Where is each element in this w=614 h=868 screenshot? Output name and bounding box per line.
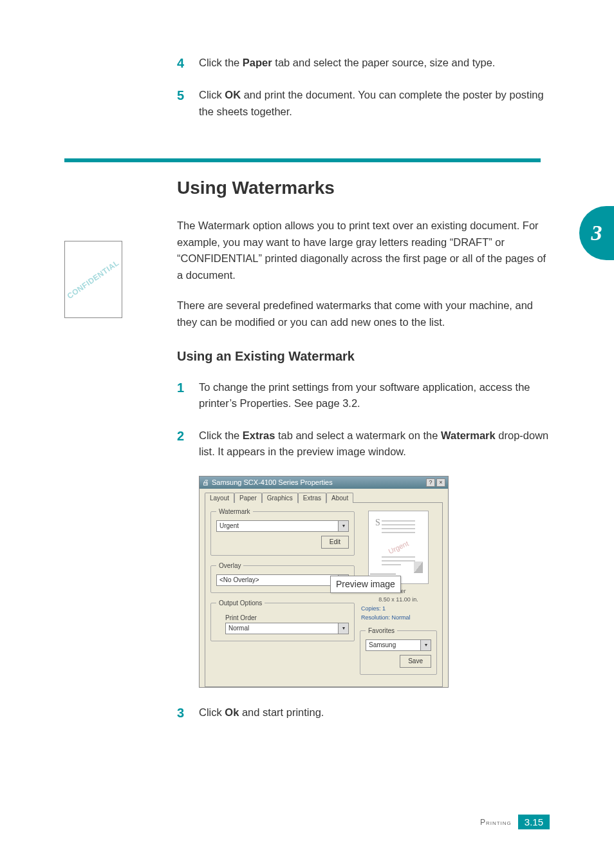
step-body: Click OK and print the document. You can… (199, 87, 550, 120)
step-5-row: 5 Click OK and print the document. You c… (177, 87, 550, 120)
preview-paper-size: 8.50 x 11.00 in. (360, 596, 437, 604)
text: and print the document. You can complete… (199, 89, 544, 117)
dialog-controls: ? × (426, 478, 445, 487)
step-1-row: 1 To change the print settings from your… (177, 379, 550, 412)
chevron-down-icon: ▾ (338, 521, 348, 531)
overlay-combo[interactable]: <No Overlay> ▾ (216, 574, 349, 586)
footer-section-label: Printing (480, 818, 512, 827)
group-legend: Favorites (366, 627, 397, 634)
favorites-combo[interactable]: Samsung ▾ (366, 639, 431, 651)
step-2-row: 2 Click the Extras tab and select a wate… (177, 428, 550, 460)
group-legend: Overlay (216, 562, 243, 569)
paragraph: There are several predefined watermarks … (177, 297, 550, 330)
printer-icon: 🖨 (202, 478, 209, 486)
dialog-right-column: S Urgent (360, 508, 437, 681)
subheading-existing-watermark: Using an Existing Watermark (177, 349, 550, 364)
preview-copies: Copies: 1 (361, 605, 437, 613)
step-body: Click the Extras tab and select a waterm… (199, 428, 550, 460)
callout-preview-image: Preview image (330, 576, 401, 593)
tabs-row: Layout Paper Graphics Extras About Water… (200, 489, 448, 687)
step-number: 2 (177, 428, 199, 460)
tab-paper[interactable]: Paper (234, 493, 262, 503)
step-3-row: 3 Click Ok and start printing. (177, 704, 550, 721)
combo-value: Urgent (219, 522, 239, 529)
combo-value: Normal (228, 625, 249, 632)
preview-corner-icon (414, 561, 423, 573)
paragraph: The Watermark option allows you to print… (177, 218, 550, 283)
dialog-title-text: Samsung SCX-4100 Series Properties (212, 478, 333, 486)
footer-page-number: 3.15 (518, 815, 550, 829)
properties-dialog: 🖨 Samsung SCX-4100 Series Properties ? ×… (199, 476, 449, 688)
section-divider (64, 158, 541, 162)
step-number: 3 (177, 704, 199, 721)
tab-layout[interactable]: Layout (205, 493, 234, 503)
dialog-titlebar: 🖨 Samsung SCX-4100 Series Properties ? × (200, 476, 448, 489)
heading-using-watermarks: Using Watermarks (177, 178, 550, 198)
step-number: 5 (177, 87, 199, 120)
chapter-thumb-tab: 3 (579, 206, 614, 260)
preview-watermark-text: Urgent (387, 539, 409, 555)
output-options-group: Output Options Print Order Normal ▾ (210, 599, 355, 641)
text: Click (199, 706, 225, 718)
text: Click the (199, 429, 243, 441)
page: 4 Click the Paper tab and select the pap… (0, 0, 614, 868)
dialog-title-left: 🖨 Samsung SCX-4100 Series Properties (202, 478, 333, 486)
chevron-down-icon: ▾ (420, 640, 431, 650)
preview-image-box: S Urgent (368, 511, 429, 584)
step-number: 1 (177, 379, 199, 412)
edit-watermark-button[interactable]: Edit (321, 536, 349, 549)
text: tab and select the paper source, size an… (272, 57, 496, 68)
preview-s-letter: S (375, 518, 380, 528)
preview-resolution: Resolution: Normal (361, 614, 437, 622)
text: and start printing. (239, 706, 324, 718)
dialog-screenshot-wrap: 🖨 Samsung SCX-4100 Series Properties ? ×… (177, 476, 550, 688)
watermark-text-icon: CONFIDENTIAL (66, 258, 121, 301)
content-column: 4 Click the Paper tab and select the pap… (177, 55, 550, 721)
combo-value: Samsung (369, 641, 396, 648)
step-4-row: 4 Click the Paper tab and select the pap… (177, 55, 550, 71)
tab-graphics[interactable]: Graphics (262, 493, 298, 503)
print-order-combo[interactable]: Normal ▾ (225, 623, 349, 634)
group-legend: Output Options (216, 599, 265, 607)
text: Click the (199, 57, 243, 68)
tab-panel: Watermark Urgent ▾ Edit (205, 502, 443, 687)
chevron-down-icon: ▾ (338, 623, 348, 634)
step-body: Click Ok and start printing. (199, 704, 324, 721)
step-body: Click the Paper tab and select the paper… (199, 55, 495, 71)
watermark-illustration: CONFIDENTIAL (64, 241, 122, 318)
bold-text: Paper (243, 57, 272, 68)
bold-text: Ok (225, 706, 239, 718)
step-number: 4 (177, 55, 199, 71)
favorites-group: Favorites Samsung ▾ Save (360, 627, 437, 675)
page-footer: Printing 3.15 (480, 815, 550, 829)
bold-text: Extras (243, 429, 275, 441)
print-order-label: Print Order (225, 614, 349, 621)
text: Click (199, 89, 225, 100)
bold-text: Watermark (441, 429, 496, 441)
watermark-group: Watermark Urgent ▾ Edit (210, 508, 355, 556)
text: tab and select a watermark on the (275, 429, 441, 441)
combo-value: <No Overlay> (219, 576, 259, 583)
save-favorite-button[interactable]: Save (400, 655, 431, 668)
callout-leader-line (370, 574, 396, 574)
help-button[interactable]: ? (426, 478, 435, 487)
group-legend: Watermark (216, 508, 253, 515)
bold-text: OK (225, 89, 241, 100)
tab-about[interactable]: About (326, 493, 353, 503)
tab-extras[interactable]: Extras (298, 493, 326, 504)
step-body: To change the print settings from your s… (199, 379, 550, 412)
watermark-combo[interactable]: Urgent ▾ (216, 520, 349, 532)
close-button[interactable]: × (436, 478, 445, 487)
dialog-left-column: Watermark Urgent ▾ Edit (210, 508, 355, 681)
